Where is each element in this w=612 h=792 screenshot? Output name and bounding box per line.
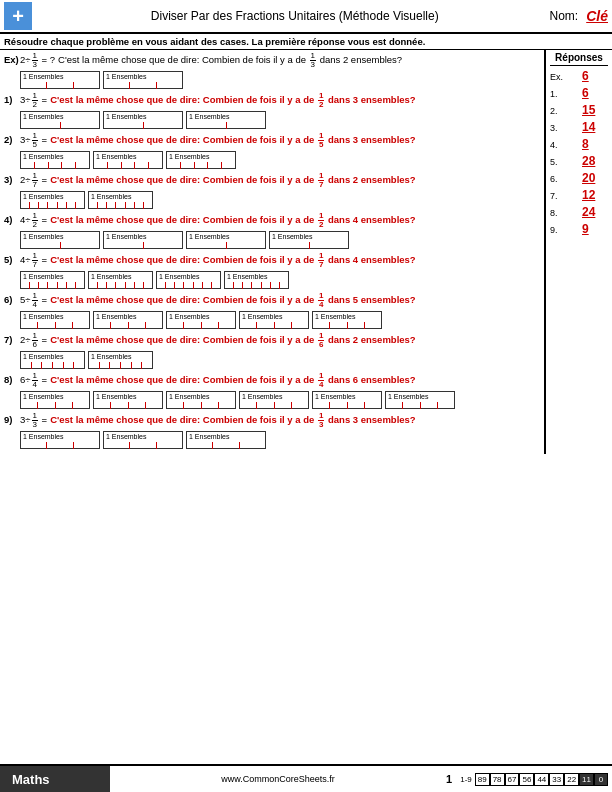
block-cell — [126, 282, 135, 289]
block-inner — [21, 402, 89, 408]
blocks-row: 1 Ensembles 1 Ensembles — [20, 71, 540, 89]
problem: 8) 6÷14 = C'est la même chose que de dir… — [4, 372, 540, 409]
problem-question: C'est la même chose que de dire: Combien… — [50, 172, 416, 189]
block-cell — [130, 442, 156, 449]
block-label: 1 Ensembles — [23, 353, 63, 360]
problem-equation: 2÷17 = — [20, 172, 47, 189]
block-cell — [135, 282, 144, 289]
block-label: 1 Ensembles — [23, 433, 63, 440]
score-box: 78 — [490, 773, 505, 786]
block: 1 Ensembles — [186, 231, 266, 249]
block-label: 1 Ensembles — [189, 433, 229, 440]
problem-equation: 4÷12 = — [20, 212, 47, 229]
score-box: 11 — [579, 773, 594, 786]
answer-label: 7. — [550, 191, 578, 201]
block-cell — [330, 322, 347, 329]
fraction: 13 — [318, 412, 324, 429]
fraction: 17 — [32, 252, 38, 269]
block: 1 Ensembles — [20, 351, 85, 369]
block-cell — [49, 162, 63, 169]
block-cell — [38, 402, 55, 409]
block-cell — [275, 402, 292, 409]
block-inner — [21, 82, 99, 88]
equation: 2÷13 = ? — [20, 54, 55, 65]
blocks-row: 1 Ensembles 1 Ensembles 1 Ensembles 1 En… — [20, 231, 540, 249]
answer-label: 2. — [550, 106, 578, 116]
block-label: 1 Ensembles — [91, 273, 131, 280]
answer-value: 8 — [582, 137, 589, 151]
equation: 6÷14 = — [20, 374, 47, 385]
block-cell — [67, 202, 76, 209]
block: 1 Ensembles — [103, 71, 183, 89]
block-cell — [348, 402, 365, 409]
problem-question: C'est la même chose que de dire: Combien… — [50, 92, 416, 109]
block-cell — [257, 402, 274, 409]
block-label: 1 Ensembles — [169, 393, 209, 400]
block-cell — [67, 282, 76, 289]
problem: 7) 2÷16 = C'est la même chose que de dir… — [4, 332, 540, 369]
block-cell — [110, 362, 121, 369]
answer-value: 9 — [582, 222, 589, 236]
block-inner — [187, 442, 265, 448]
block-cell — [257, 322, 274, 329]
score-box: 0 — [594, 773, 608, 786]
block-inner — [386, 402, 454, 408]
block-cell — [39, 282, 48, 289]
block-label: 1 Ensembles — [23, 273, 63, 280]
block-inner — [21, 202, 84, 208]
blocks-row: 1 Ensembles 1 Ensembles — [20, 351, 540, 369]
block-cell — [175, 282, 184, 289]
problem-equation: 5÷14 = — [20, 292, 47, 309]
problem: Ex) 2÷13 = ? C'est la même chose que de … — [4, 52, 540, 89]
problem-line: 9) 3÷13 = C'est la même chose que de dir… — [4, 412, 540, 429]
block-label: 1 Ensembles — [23, 73, 63, 80]
fraction: 15 — [318, 132, 324, 149]
block-cell — [181, 162, 195, 169]
block-cell — [39, 202, 48, 209]
block-label: 1 Ensembles — [106, 433, 146, 440]
block-cell — [330, 402, 347, 409]
block-cell — [126, 202, 135, 209]
block-cell — [135, 162, 149, 169]
problem-number: 4) — [4, 214, 20, 226]
block-inner — [270, 242, 348, 248]
block-cell — [203, 282, 212, 289]
block-inner — [21, 282, 84, 288]
block-cell — [47, 442, 73, 449]
problem-line: 7) 2÷16 = C'est la même chose que de dir… — [4, 332, 540, 349]
fraction: 16 — [318, 332, 324, 349]
block-inner — [21, 162, 89, 168]
block-cell — [38, 322, 55, 329]
block-inner — [167, 402, 235, 408]
problem-line: 5) 4÷17 = C'est la même chose que de dir… — [4, 252, 540, 269]
block-cell — [94, 402, 111, 409]
problem-number: 1) — [4, 94, 20, 106]
block: 1 Ensembles — [88, 351, 153, 369]
block-cell — [21, 202, 30, 209]
block-cell — [35, 162, 49, 169]
problem-equation: 2÷13 = ? — [20, 52, 55, 69]
block: 1 Ensembles — [239, 391, 309, 409]
fraction: 12 — [318, 92, 324, 109]
problem-number: 7) — [4, 334, 20, 346]
problem-question: C'est la même chose que de dire: Combien… — [50, 372, 416, 389]
block-inner — [94, 322, 162, 328]
problem-suffix: dans 5 ensembles? — [328, 294, 416, 305]
block-cell — [195, 162, 209, 169]
block: 1 Ensembles — [312, 391, 382, 409]
block-cell — [21, 242, 61, 249]
cle-value: Clé — [586, 8, 608, 24]
block-cell — [132, 362, 143, 369]
problem-number: 5) — [4, 254, 20, 266]
block-inner — [225, 282, 288, 288]
header: Diviser Par des Fractions Unitaires (Mét… — [0, 0, 612, 34]
answer-label: 5. — [550, 157, 578, 167]
problem-line: 2) 3÷15 = C'est la même chose que de dir… — [4, 132, 540, 149]
problem-number: 6) — [4, 294, 20, 306]
problem-line: Ex) 2÷13 = ? C'est la même chose que de … — [4, 52, 540, 69]
answer-value: 28 — [582, 154, 595, 168]
block-label: 1 Ensembles — [272, 233, 312, 240]
problem-question: C'est la même chose que de dire: Combien… — [50, 292, 416, 309]
answer-row: 2.15 — [550, 103, 608, 117]
block-cell — [184, 402, 201, 409]
